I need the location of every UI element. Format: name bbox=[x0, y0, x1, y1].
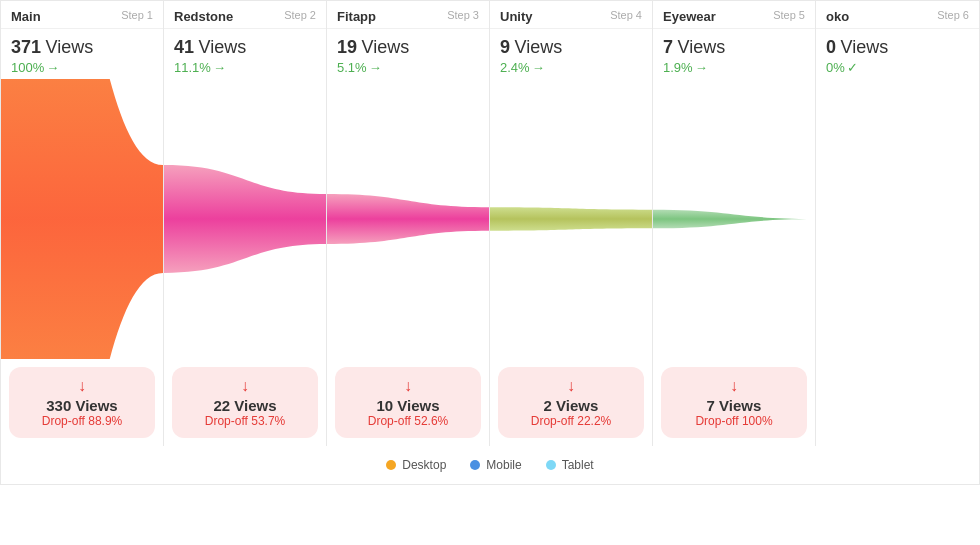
arrow-icon-4: → bbox=[695, 60, 708, 75]
dropoff-arrow-1: ↓ bbox=[182, 377, 308, 395]
col-stats-4: 7 Views 1.9% → bbox=[653, 29, 815, 79]
funnel-col-redstone: Redstone Step 2 41 Views 11.1% → bbox=[164, 1, 327, 446]
views-count-5: 0 Views bbox=[826, 37, 969, 58]
conversion-rate-1: 11.1% → bbox=[174, 60, 316, 75]
arrow-icon-3: → bbox=[532, 60, 545, 75]
funnel-grid: Main Step 1 371 Views 100% → ↓ bbox=[0, 0, 980, 446]
dropoff-arrow-4: ↓ bbox=[671, 377, 797, 395]
dropoff-views-0: 330 Views bbox=[19, 397, 145, 414]
col-stats-5: 0 Views 0% ✓ bbox=[816, 29, 979, 79]
dropoff-views-2: 10 Views bbox=[345, 397, 471, 414]
funnel-viz-5 bbox=[816, 79, 979, 373]
views-count-0: 371 Views bbox=[11, 37, 153, 58]
arrow-icon-0: → bbox=[46, 60, 59, 75]
dropoff-views-1: 22 Views bbox=[182, 397, 308, 414]
dropoff-views-4: 7 Views bbox=[671, 397, 797, 414]
dropoff-card-0: ↓ 330 Views Drop-off 88.9% bbox=[9, 367, 155, 438]
col-header-3: Unity Step 4 bbox=[490, 1, 652, 29]
dropoff-arrow-0: ↓ bbox=[19, 377, 145, 395]
col-name-4: Eyewear bbox=[663, 9, 716, 24]
conversion-rate-4: 1.9% → bbox=[663, 60, 805, 75]
dropoff-label-3: Drop-off 22.2% bbox=[508, 414, 634, 428]
legend: Desktop Mobile Tablet bbox=[0, 446, 980, 485]
col-header-5: oko Step 6 bbox=[816, 1, 979, 29]
col-stats-3: 9 Views 2.4% → bbox=[490, 29, 652, 79]
funnel-container: Main Step 1 371 Views 100% → ↓ bbox=[0, 0, 980, 485]
dropoff-arrow-3: ↓ bbox=[508, 377, 634, 395]
col-step-5: Step 6 bbox=[937, 9, 969, 21]
arrow-icon-1: → bbox=[213, 60, 226, 75]
col-name-2: Fitapp bbox=[337, 9, 376, 24]
desktop-dot bbox=[386, 460, 396, 470]
col-header-4: Eyewear Step 5 bbox=[653, 1, 815, 29]
dropoff-card-3: ↓ 2 Views Drop-off 22.2% bbox=[498, 367, 644, 438]
col-step-1: Step 2 bbox=[284, 9, 316, 21]
funnel-col-eyewear: Eyewear Step 5 7 Views 1.9% → ↓ bbox=[653, 1, 816, 446]
col-name-0: Main bbox=[11, 9, 41, 24]
dropoff-card-1: ↓ 22 Views Drop-off 53.7% bbox=[172, 367, 318, 438]
dropoff-card-4: ↓ 7 Views Drop-off 100% bbox=[661, 367, 807, 438]
funnel-viz-0 bbox=[1, 79, 163, 359]
legend-mobile: Mobile bbox=[470, 458, 521, 472]
col-stats-2: 19 Views 5.1% → bbox=[327, 29, 489, 79]
funnel-col-unity: Unity Step 4 9 Views 2.4% → ↓ bbox=[490, 1, 653, 446]
tablet-dot bbox=[546, 460, 556, 470]
dropoff-label-1: Drop-off 53.7% bbox=[182, 414, 308, 428]
col-step-0: Step 1 bbox=[121, 9, 153, 21]
col-name-5: oko bbox=[826, 9, 849, 24]
views-count-2: 19 Views bbox=[337, 37, 479, 58]
views-count-3: 9 Views bbox=[500, 37, 642, 58]
col-stats-1: 41 Views 11.1% → bbox=[164, 29, 326, 79]
views-count-4: 7 Views bbox=[663, 37, 805, 58]
dropoff-views-3: 2 Views bbox=[508, 397, 634, 414]
conversion-rate-3: 2.4% → bbox=[500, 60, 642, 75]
mobile-label: Mobile bbox=[486, 458, 521, 472]
views-count-1: 41 Views bbox=[174, 37, 316, 58]
col-stats-0: 371 Views 100% → bbox=[1, 29, 163, 79]
conversion-rate-2: 5.1% → bbox=[337, 60, 479, 75]
funnel-viz-1 bbox=[164, 79, 326, 359]
col-header-2: Fitapp Step 3 bbox=[327, 1, 489, 29]
dropoff-arrow-2: ↓ bbox=[345, 377, 471, 395]
dropoff-label-0: Drop-off 88.9% bbox=[19, 414, 145, 428]
col-header-1: Redstone Step 2 bbox=[164, 1, 326, 29]
conversion-rate-5: 0% ✓ bbox=[826, 60, 969, 75]
dropoff-label-4: Drop-off 100% bbox=[671, 414, 797, 428]
funnel-col-fitapp: Fitapp Step 3 19 Views 5.1% → ↓ bbox=[327, 1, 490, 446]
col-name-3: Unity bbox=[500, 9, 533, 24]
funnel-viz-3 bbox=[490, 79, 652, 359]
legend-desktop: Desktop bbox=[386, 458, 446, 472]
tablet-label: Tablet bbox=[562, 458, 594, 472]
desktop-label: Desktop bbox=[402, 458, 446, 472]
legend-tablet: Tablet bbox=[546, 458, 594, 472]
funnel-col-main: Main Step 1 371 Views 100% → ↓ bbox=[1, 1, 164, 446]
dropoff-label-2: Drop-off 52.6% bbox=[345, 414, 471, 428]
col-step-4: Step 5 bbox=[773, 9, 805, 21]
conversion-rate-0: 100% → bbox=[11, 60, 153, 75]
col-header-0: Main Step 1 bbox=[1, 1, 163, 29]
col-name-1: Redstone bbox=[174, 9, 233, 24]
arrow-icon-2: → bbox=[369, 60, 382, 75]
mobile-dot bbox=[470, 460, 480, 470]
funnel-viz-4 bbox=[653, 79, 815, 359]
funnel-col-oko: oko Step 6 0 Views 0% ✓ ↓ bbox=[816, 1, 979, 446]
check-icon-5: ✓ bbox=[847, 60, 858, 75]
col-step-2: Step 3 bbox=[447, 9, 479, 21]
funnel-viz-2 bbox=[327, 79, 489, 359]
dropoff-card-2: ↓ 10 Views Drop-off 52.6% bbox=[335, 367, 481, 438]
col-step-3: Step 4 bbox=[610, 9, 642, 21]
